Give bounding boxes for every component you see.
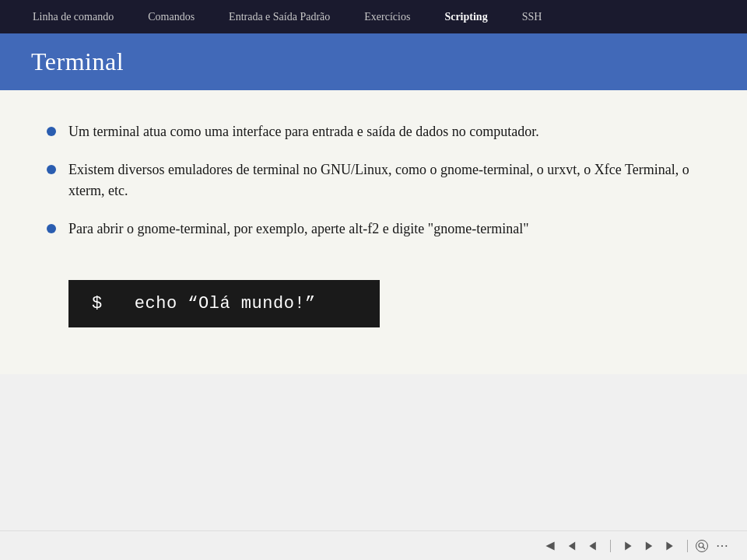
nav-item-exercicios[interactable]: Exercícios [347, 0, 427, 33]
nav-item-scripting[interactable]: Scripting [427, 0, 504, 33]
bottom-navigation: ⋯ [0, 530, 747, 560]
nav-item-ssh[interactable]: SSH [505, 0, 559, 33]
nav-first-icon[interactable] [542, 539, 559, 553]
nav-next-icon[interactable] [640, 539, 658, 553]
nav-item-comandos[interactable]: Comandos [131, 0, 212, 33]
bullet-list: Um terminal atua como uma interface para… [47, 121, 700, 240]
list-item: Para abrir o gnome-terminal, por exemplo… [47, 219, 700, 240]
nav-separator [610, 540, 611, 552]
terminal-command: $ echo “Olá mundo!” [92, 294, 316, 313]
nav-item-linha-de-comando[interactable]: Linha de comando [16, 0, 131, 33]
navbar: Linha de comando Comandos Entrada e Saíd… [0, 0, 747, 33]
svg-marker-1 [569, 541, 575, 550]
svg-line-7 [703, 547, 706, 549]
list-item: Existem diversos emuladores de terminal … [47, 159, 700, 201]
svg-marker-4 [646, 541, 652, 550]
nav-zoom-icon[interactable] [696, 540, 708, 552]
svg-point-6 [699, 543, 703, 548]
terminal-code-block: $ echo “Olá mundo!” [68, 280, 380, 327]
bullet-dot [47, 165, 56, 174]
nav-last-icon[interactable] [662, 539, 679, 553]
bullet-text-2: Existem diversos emuladores de terminal … [68, 159, 700, 201]
svg-marker-2 [589, 541, 595, 550]
page-header: Terminal [0, 33, 747, 90]
svg-marker-0 [545, 541, 554, 550]
main-content: Um terminal atua como uma interface para… [0, 90, 747, 374]
svg-marker-3 [625, 541, 631, 550]
page-title: Terminal [31, 47, 124, 75]
svg-marker-5 [666, 541, 672, 550]
nav-separator-2 [687, 540, 688, 552]
list-item: Um terminal atua como uma interface para… [47, 121, 700, 142]
nav-prev-section-icon[interactable] [585, 539, 602, 553]
bullet-dot [47, 224, 56, 233]
bullet-text-1: Um terminal atua como uma interface para… [68, 121, 700, 142]
nav-item-entrada-saida[interactable]: Entrada e Saída Padrão [212, 0, 347, 33]
bullet-text-3: Para abrir o gnome-terminal, por exemplo… [68, 219, 700, 240]
nav-prev-icon[interactable] [563, 539, 580, 553]
nav-next-section-icon[interactable] [619, 539, 636, 553]
nav-options-icon[interactable]: ⋯ [713, 537, 731, 555]
bullet-dot [47, 127, 56, 136]
